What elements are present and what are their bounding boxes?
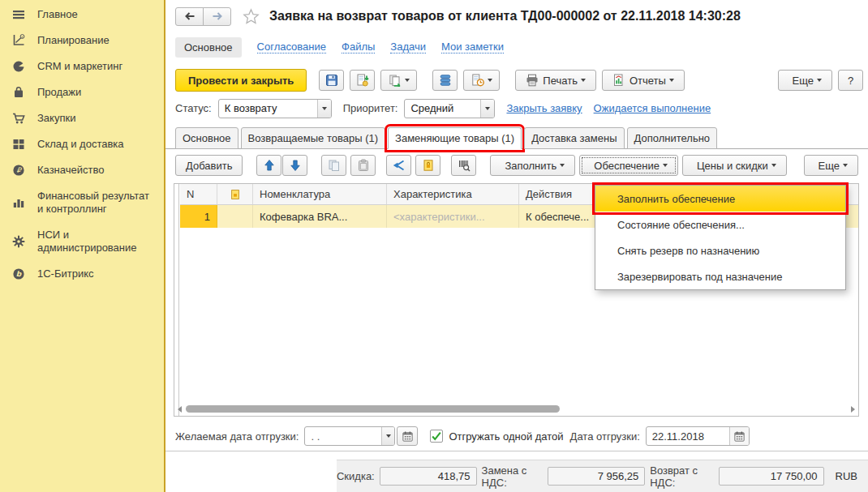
priority-select[interactable]: Средний <box>404 99 495 118</box>
help-button[interactable]: ? <box>838 70 863 91</box>
status-select[interactable]: К возврату <box>218 99 332 118</box>
barcode-scan-button[interactable] <box>451 155 476 176</box>
reports-button[interactable]: Отчеты <box>602 70 685 91</box>
nav-link-tasks[interactable]: Задачи <box>390 41 426 53</box>
save-button[interactable] <box>319 70 344 91</box>
single-date-checkbox[interactable] <box>430 430 443 443</box>
header-row: Заявка на возврат товаров от клиента ТД0… <box>175 4 741 28</box>
sidebar-item-main[interactable]: Главное <box>0 2 164 28</box>
sidebar-item-admin[interactable]: НСИ и администрирование <box>0 222 164 261</box>
nav-link-approval[interactable]: Согласование <box>257 41 326 53</box>
post-document-button[interactable] <box>350 70 375 91</box>
status-row: Статус: К возврату Приоритет: Средний За… <box>175 97 711 119</box>
supply-button[interactable]: Обеспечение <box>579 155 678 176</box>
add-row-button[interactable]: Добавить <box>175 155 243 176</box>
supply-label: Обеспечение <box>594 160 660 172</box>
fill-button[interactable]: Заполнить <box>490 155 575 176</box>
scroll-right-arrow-icon[interactable] <box>851 406 855 413</box>
assign-button[interactable] <box>386 155 411 176</box>
checkmark-icon <box>431 430 442 442</box>
column-header-nomenclature[interactable]: Номенклатура <box>253 184 387 204</box>
ship-date-label: Дата отгрузки: <box>570 430 640 443</box>
scroll-left-arrow-icon[interactable] <box>178 406 182 413</box>
paste-row-button[interactable] <box>350 155 376 176</box>
row-characteristic-cell[interactable]: <характеристики... <box>387 205 519 228</box>
document-movements-button[interactable] <box>432 70 458 91</box>
column-header-flag[interactable] <box>217 184 253 204</box>
status-label: Статус: <box>175 102 212 114</box>
horizontal-scrollbar[interactable] <box>176 404 857 414</box>
desired-date-value[interactable]: . . <box>305 427 381 445</box>
menu-item-reserve-assignment[interactable]: Зарезервировать под назначение <box>595 263 845 289</box>
document-nav: Основное Согласование Файлы Задачи Мои з… <box>175 36 504 58</box>
print-button[interactable]: Печать <box>515 70 596 91</box>
nav-link-notes[interactable]: Мои заметки <box>441 41 504 53</box>
reserve-doc-button[interactable] <box>415 155 440 176</box>
ship-date-value[interactable]: 22.11.2018 <box>647 427 729 445</box>
desired-date-calendar-button[interactable] <box>397 426 418 446</box>
sidebar-item-warehouse[interactable]: Склад и доставка <box>0 131 164 157</box>
scrollbar-thumb[interactable] <box>186 405 560 413</box>
status-dropdown-button[interactable] <box>317 100 331 118</box>
ship-date-field[interactable]: 22.11.2018 <box>646 426 750 446</box>
priority-dropdown-button[interactable] <box>480 100 494 118</box>
post-and-close-button[interactable]: Провести и закрыть <box>175 69 307 92</box>
row-actions-cell[interactable]: К обеспече... <box>519 205 595 228</box>
bar-chart-icon <box>11 196 27 209</box>
prices-discounts-button[interactable]: Цены и скидки <box>682 155 787 176</box>
column-header-characteristic[interactable]: Характеристика <box>387 184 519 204</box>
table-more-label: Еще <box>819 160 840 172</box>
tab-replacement-delivery[interactable]: Доставка замены <box>524 127 624 149</box>
sidebar-item-sales[interactable]: Продажи <box>0 79 164 105</box>
column-header-actions[interactable]: Действия <box>519 184 595 204</box>
move-down-icon <box>289 159 302 172</box>
move-up-icon <box>263 159 276 172</box>
sidebar-item-label: Планирование <box>37 34 110 47</box>
row-flag-cell[interactable] <box>217 205 253 228</box>
desired-date-field[interactable]: . . <box>304 426 395 446</box>
sidebar-item-planning[interactable]: Планирование <box>0 28 164 53</box>
menu-item-supply-state[interactable]: Состояние обеспечения... <box>595 212 845 237</box>
sidebar-item-purchases[interactable]: Закупки <box>0 105 164 131</box>
sidebar-item-bitrix[interactable]: b1С-Битрикс <box>0 261 164 287</box>
row-nomenclature-cell[interactable]: Кофеварка BRA... <box>253 205 387 228</box>
create-based-on-button[interactable] <box>380 70 417 91</box>
command-bar: Провести и закрыть Печать Отчеты Еще ? <box>175 68 863 92</box>
printer-icon <box>526 74 539 87</box>
close-request-link[interactable]: Закрыть заявку <box>506 102 582 114</box>
save-icon <box>325 74 338 87</box>
document-history-button[interactable] <box>463 70 500 91</box>
tab-replacement-goods[interactable]: Заменяющие товары (1) <box>388 127 522 149</box>
tab-main[interactable]: Основное <box>175 127 238 149</box>
nav-link-main[interactable]: Основное <box>175 37 242 58</box>
row-number-cell[interactable]: 1 <box>180 205 217 228</box>
menu-item-remove-reserve[interactable]: Снять резерв по назначению <box>595 237 845 263</box>
reports-label: Отчеты <box>630 75 666 87</box>
nav-link-files[interactable]: Файлы <box>342 41 375 53</box>
forward-button[interactable] <box>203 7 231 26</box>
sidebar-item-treasury[interactable]: ₽Казначейство <box>0 157 164 183</box>
table-more-button[interactable]: Еще <box>804 155 858 176</box>
execution-state-link[interactable]: Ожидается выполнение <box>594 102 711 114</box>
page-title: Заявка на возврат товаров от клиента ТД0… <box>269 9 741 24</box>
ship-date-calendar-button[interactable] <box>729 427 749 445</box>
sidebar-item-crm[interactable]: CRM и маркетинг <box>0 53 164 79</box>
tab-returned-goods[interactable]: Возвращаемые товары (1) <box>241 127 385 149</box>
move-down-button[interactable] <box>282 155 307 176</box>
sidebar-item-finance[interactable]: Финансовый результат и контроллинг <box>0 183 164 222</box>
desired-date-dropdown-button[interactable] <box>381 427 394 445</box>
tab-additional[interactable]: Дополнительно <box>627 127 718 149</box>
favorite-star-button[interactable] <box>243 8 260 25</box>
prices-label: Цены и скидки <box>697 160 768 172</box>
back-button[interactable] <box>175 7 204 26</box>
column-header-n[interactable]: N <box>180 184 217 204</box>
copy-row-button[interactable] <box>321 155 346 176</box>
menu-item-fill-supply[interactable]: Заполнить обеспечение <box>595 186 845 212</box>
discount-value-field: 418,75 <box>380 467 477 486</box>
move-up-button[interactable] <box>256 155 281 176</box>
more-button[interactable]: Еще <box>778 70 832 91</box>
table-splitter[interactable] <box>174 184 179 416</box>
post-document-icon <box>356 74 369 87</box>
calendar-icon <box>733 430 746 443</box>
fill-label: Заполнить <box>505 160 556 172</box>
